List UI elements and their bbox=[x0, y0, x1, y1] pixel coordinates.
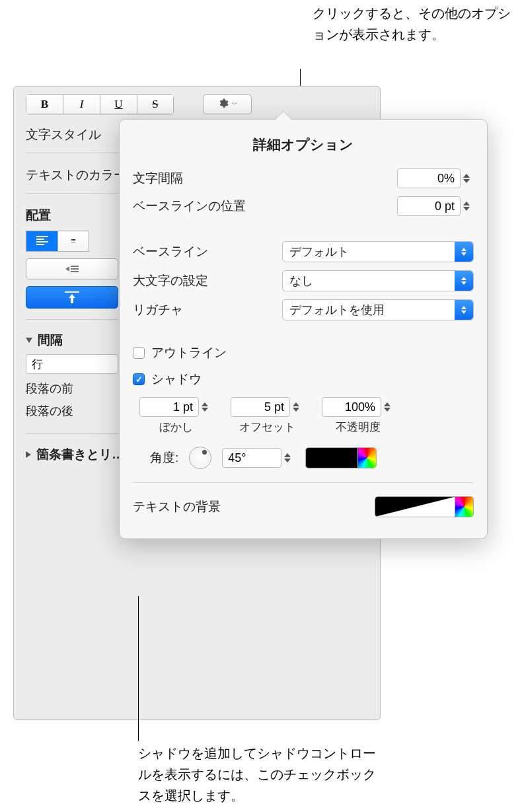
color-picker-icon[interactable] bbox=[357, 448, 376, 468]
shadow-opacity-label: 不透明度 bbox=[336, 420, 381, 435]
callout-bottom: シャドウを追加してシャドウコントロールを表示するには、このチェックボックスを選択… bbox=[138, 743, 376, 806]
align-center-button[interactable]: ≡ bbox=[57, 231, 89, 252]
svg-rect-2 bbox=[36, 241, 48, 242]
stepper-arrows-icon[interactable] bbox=[293, 398, 303, 416]
strikethrough-button[interactable]: S bbox=[137, 94, 174, 114]
baseline-select-value: デフォルト bbox=[289, 244, 349, 260]
text-background-color-well[interactable] bbox=[375, 496, 474, 517]
stepper-arrows-icon[interactable] bbox=[384, 398, 394, 416]
shadow-angle-dial[interactable] bbox=[189, 447, 211, 469]
shadow-blur-stepper[interactable] bbox=[139, 397, 212, 417]
capitalization-select-value: なし bbox=[289, 273, 313, 289]
chevron-down-icon: ﹀ bbox=[231, 100, 238, 109]
baseline-select[interactable]: デフォルト bbox=[282, 241, 474, 262]
svg-rect-5 bbox=[71, 266, 79, 267]
italic-button[interactable]: I bbox=[63, 94, 100, 114]
shadow-opacity-stepper[interactable] bbox=[322, 397, 394, 417]
callout-top: クリックすると、その他のオプションが表示されます。 bbox=[313, 3, 511, 45]
capitalization-select[interactable]: なし bbox=[282, 270, 474, 291]
stepper-arrows-icon[interactable] bbox=[463, 169, 474, 188]
line-spacing-input[interactable] bbox=[26, 354, 118, 374]
callout-bottom-leader bbox=[138, 596, 139, 741]
baseline-position-stepper[interactable] bbox=[397, 196, 474, 216]
svg-rect-1 bbox=[36, 239, 44, 240]
popover-title: 詳細オプション bbox=[133, 135, 474, 154]
style-segment: B I U S bbox=[26, 94, 174, 114]
underline-button[interactable]: U bbox=[100, 94, 137, 114]
select-arrows-icon bbox=[455, 242, 473, 262]
divider bbox=[133, 482, 474, 483]
select-arrows-icon bbox=[455, 271, 473, 291]
callout-top-text: クリックすると、その他のオプションが表示されます。 bbox=[313, 6, 511, 42]
spacing-label: 間隔 bbox=[38, 332, 63, 349]
color-picker-icon[interactable] bbox=[455, 497, 473, 517]
text-background-label: テキストの背景 bbox=[133, 498, 221, 515]
shadow-color-well[interactable] bbox=[305, 447, 377, 468]
char-spacing-label: 文字間隔 bbox=[133, 170, 183, 187]
svg-rect-6 bbox=[71, 268, 79, 270]
outline-checkbox[interactable] bbox=[133, 347, 145, 359]
outline-label: アウトライン bbox=[151, 344, 227, 361]
shadow-angle-label: 角度: bbox=[150, 449, 178, 466]
callout-bottom-text: シャドウを追加してシャドウコントロールを表示するには、このチェックボックスを選択… bbox=[138, 746, 376, 803]
ligature-select[interactable]: デフォルトを使用 bbox=[282, 299, 474, 320]
advanced-options-popover: 詳細オプション 文字間隔 ベースラインの位置 ベースライン デフォルト 大文字の… bbox=[119, 119, 488, 539]
shadow-offset-label: オフセット bbox=[239, 420, 295, 435]
svg-rect-7 bbox=[71, 271, 79, 272]
svg-rect-3 bbox=[36, 244, 44, 245]
stepper-arrows-icon[interactable] bbox=[284, 449, 295, 467]
shadow-offset-stepper[interactable] bbox=[231, 397, 303, 417]
gear-icon bbox=[217, 98, 229, 112]
stepper-arrows-icon[interactable] bbox=[463, 197, 474, 215]
shadow-angle-stepper[interactable] bbox=[222, 448, 295, 468]
shadow-offset-input[interactable] bbox=[231, 397, 290, 417]
bullets-label: 箇条書きとリ… bbox=[36, 446, 124, 463]
ligature-label: リガチャ bbox=[133, 301, 183, 318]
svg-rect-8 bbox=[65, 291, 79, 293]
stepper-arrows-icon[interactable] bbox=[202, 398, 212, 416]
baseline-position-input[interactable] bbox=[397, 196, 461, 216]
shadow-blur-label: ぼかし bbox=[159, 420, 193, 435]
text-background-swatch bbox=[375, 497, 455, 517]
svg-rect-0 bbox=[36, 236, 48, 237]
indent-button[interactable] bbox=[26, 258, 118, 279]
text-style-toolbar: B I U S ﹀ bbox=[14, 87, 380, 120]
align-left-button[interactable] bbox=[26, 231, 57, 252]
shadow-opacity-input[interactable] bbox=[322, 397, 381, 417]
char-spacing-stepper[interactable] bbox=[397, 168, 474, 188]
svg-marker-9 bbox=[69, 294, 75, 303]
baseline-label: ベースライン bbox=[133, 243, 208, 260]
shadow-angle-input[interactable] bbox=[222, 448, 281, 468]
shadow-color-swatch bbox=[306, 448, 357, 468]
triangle-down-icon bbox=[26, 338, 32, 343]
bold-button[interactable]: B bbox=[26, 94, 63, 114]
triangle-right-icon bbox=[26, 451, 31, 458]
capitalization-label: 大文字の設定 bbox=[133, 272, 208, 289]
shadow-blur-input[interactable] bbox=[139, 397, 199, 417]
vertical-align-top-button[interactable] bbox=[26, 286, 118, 309]
char-spacing-input[interactable] bbox=[397, 168, 461, 188]
shadow-label: シャドウ bbox=[151, 371, 202, 388]
svg-marker-4 bbox=[65, 266, 69, 272]
shadow-checkbox[interactable] bbox=[133, 373, 145, 385]
select-arrows-icon bbox=[455, 300, 473, 320]
advanced-options-button[interactable]: ﹀ bbox=[203, 94, 252, 114]
baseline-position-label: ベースラインの位置 bbox=[133, 198, 246, 215]
ligature-select-value: デフォルトを使用 bbox=[289, 302, 385, 318]
